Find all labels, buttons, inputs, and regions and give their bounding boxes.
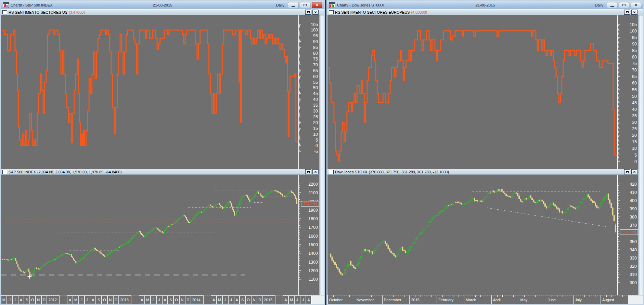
close-button[interactable]: ✕: [312, 2, 322, 8]
indicator-checkbox-icon[interactable]: [329, 10, 334, 14]
xaxis-month-cell: S: [24, 295, 30, 304]
xaxis-month-cell: June: [546, 295, 573, 304]
stoxx-time-axis: OctoberNovemberDecember2015FebruaryMarch…: [327, 295, 643, 304]
svg-text:340: 340: [630, 248, 637, 252]
svg-text:1970.89: 1970.89: [303, 202, 317, 206]
svg-text:320: 320: [630, 264, 637, 269]
week-tick: [442, 295, 443, 297]
restore-button[interactable]: [300, 2, 310, 8]
svg-text:60: 60: [632, 81, 637, 85]
xaxis-month-cell: J: [79, 295, 85, 304]
svg-text:1900: 1900: [308, 208, 318, 213]
stoxx-candlestick-chart[interactable]: 4204104003903803703603503403303203103003…: [327, 175, 639, 295]
series-checkbox-icon[interactable]: [2, 170, 7, 174]
indicator-checkbox-icon[interactable]: [2, 10, 7, 14]
svg-text:105: 105: [311, 22, 318, 27]
xaxis-month-cell: [275, 295, 283, 304]
sp500-time-axis: MJJASOND2012AMJJASOND2013AMJJASOND2014AM…: [1, 295, 324, 304]
week-tick: [524, 295, 525, 297]
xaxis-month-cell: O: [245, 295, 251, 304]
panel-restore-button[interactable]: [305, 169, 311, 174]
svg-text:380: 380: [630, 215, 637, 220]
titlebar-sp500[interactable]: Chart8 - S&P 500 INDEX 21-08-2015 Daily …: [1, 1, 324, 9]
panel-close-button[interactable]: ✕: [631, 10, 637, 15]
week-tick: [617, 295, 617, 297]
svg-text:1300: 1300: [308, 260, 318, 265]
restore-icon: [622, 4, 626, 6]
restore-icon: [304, 4, 307, 6]
week-tick: [497, 295, 498, 297]
svg-text:75: 75: [313, 57, 318, 62]
indicator-value: (4.00000): [411, 10, 427, 14]
svg-text:1600: 1600: [308, 234, 318, 239]
week-tick: [388, 295, 388, 297]
restore-button[interactable]: [619, 2, 629, 8]
stoxx-chart-panel[interactable]: 4204104003903803703603503403303203103003…: [327, 175, 643, 295]
close-icon: ✕: [315, 3, 318, 7]
panel-header-sp500[interactable]: S&P 500 INDEX (2,034.08, 2,034.08, 1,970…: [1, 169, 324, 175]
svg-text:390: 390: [630, 207, 637, 211]
svg-text:70: 70: [632, 68, 637, 72]
week-tick: [508, 295, 508, 297]
vertical-scrollbar[interactable]: [319, 15, 324, 304]
rs-us-chart[interactable]: 1051009590858075706560555045403530252015…: [1, 15, 320, 169]
svg-text:35: 35: [632, 114, 637, 118]
series-name: S&P 500 INDEX: [9, 170, 36, 174]
rs-us-chart-panel[interactable]: 1051009590858075706560555045403530252015…: [1, 15, 324, 169]
rs-eu-chart[interactable]: 1051009590858075706560555045403530252015…: [327, 15, 639, 169]
svg-text:85: 85: [313, 45, 318, 50]
xaxis-month-cell: N: [251, 295, 257, 304]
xaxis-month-cell: August: [601, 295, 628, 304]
xaxis-month-cell: A: [234, 295, 240, 304]
svg-text:50: 50: [632, 94, 637, 99]
minimize-button[interactable]: [607, 2, 617, 8]
panel-header-rs-eu[interactable]: RS SENTIMENTO SECTORES EUROPEUS (4.00000…: [327, 9, 643, 15]
xaxis-month-cell: December: [382, 295, 410, 304]
svg-text:0: 0: [634, 159, 637, 164]
panel-restore-button[interactable]: [305, 10, 311, 15]
xaxis-month-cell: 2015: [409, 295, 437, 304]
rs-eu-chart-panel[interactable]: 1051009590858075706560555045403530252015…: [327, 15, 643, 169]
xaxis-month-cell: J: [85, 295, 90, 304]
sp500-candlestick-chart[interactable]: 2200210020001900180017001600150014001300…: [1, 175, 320, 295]
svg-text:65: 65: [313, 68, 318, 73]
panel-header-rs-us[interactable]: RS SENTIMENTO SECTORES US (3.47000) ✕: [1, 9, 324, 15]
week-tick: [349, 295, 350, 297]
svg-text:1100: 1100: [309, 277, 318, 282]
xaxis-month-cell: M: [73, 295, 79, 304]
xaxis-month-cell: J: [156, 295, 162, 304]
panel-header-stoxx[interactable]: Dow Jones STOXX (370.080, 371.750, 361.2…: [327, 169, 643, 175]
panel-close-button[interactable]: ✕: [631, 169, 637, 174]
week-tick: [606, 295, 607, 297]
svg-text:10: 10: [313, 132, 318, 137]
xaxis-month-cell: J: [13, 295, 18, 304]
minimize-button[interactable]: [288, 2, 298, 8]
week-tick: [393, 295, 394, 297]
sp500-chart-panel[interactable]: 2200210020001900180017001600150014001300…: [1, 175, 324, 295]
panel-restore-button[interactable]: [624, 10, 630, 15]
xaxis-year-cell: 2013: [119, 295, 131, 304]
panel-close-button[interactable]: ✕: [312, 169, 319, 174]
panel-restore-icon: [626, 171, 629, 173]
svg-text:45: 45: [632, 101, 637, 105]
panel-close-button[interactable]: ✕: [312, 10, 319, 15]
svg-text:85: 85: [632, 48, 637, 53]
xaxis-year-cell: 2012: [47, 295, 60, 304]
vertical-scrollbar[interactable]: [638, 15, 643, 304]
week-tick: [563, 295, 563, 297]
titlebar-stoxx[interactable]: Chart9 - Dow Jones STOXX 21-08-2015 Dail…: [327, 1, 643, 9]
period-label: Daily: [276, 3, 284, 7]
series-name: Dow Jones STOXX: [335, 170, 368, 174]
week-tick: [579, 295, 579, 297]
svg-text:100: 100: [311, 28, 318, 32]
panel-restore-icon: [307, 171, 310, 173]
week-tick: [377, 295, 377, 297]
week-tick: [431, 295, 432, 297]
period-label: Daily: [595, 3, 603, 7]
close-button[interactable]: ✕: [631, 2, 641, 8]
panel-restore-button[interactable]: [624, 169, 630, 174]
series-checkbox-icon[interactable]: [329, 170, 334, 174]
xaxis-month-cell: N: [179, 295, 185, 304]
svg-text:30: 30: [632, 120, 637, 125]
week-tick: [344, 295, 344, 297]
